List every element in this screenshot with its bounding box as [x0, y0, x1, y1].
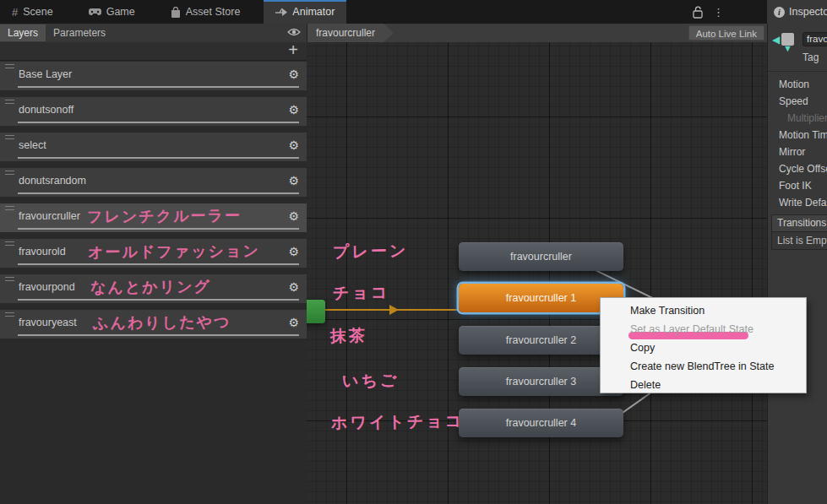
layer-weight-bar [18, 228, 299, 230]
layer-settings-gear-icon[interactable]: ⚙ [288, 103, 299, 117]
layer-settings-gear-icon[interactable]: ⚙ [288, 280, 299, 294]
handwritten-annotation-choco: チョコ [333, 281, 390, 304]
layer-weight-bar [18, 86, 299, 88]
state-node-fravourcruller-2[interactable]: fravourcruller 2 [459, 326, 623, 355]
layer-row-base-layer[interactable]: Base Layer ⚙ [0, 62, 307, 90]
menu-item-delete[interactable]: Delete [601, 376, 806, 394]
handwritten-annotation: オールドファッション [88, 241, 260, 263]
eye-icon[interactable] [287, 27, 301, 37]
layer-row-fravourcruller[interactable]: fravourcruller フレンチクルーラー ⚙ [0, 203, 307, 232]
tab-scene-label: Scene [23, 6, 52, 18]
drag-handle-icon[interactable] [5, 171, 14, 175]
layer-weight-bar [18, 122, 299, 123]
transitions-header: Transitions [772, 215, 827, 231]
layer-settings-gear-icon[interactable]: ⚙ [288, 245, 299, 258]
tab-asset-store[interactable]: Asset Store [159, 0, 253, 24]
animator-graph-canvas[interactable]: fravourcruller fravourcruller 1 fravourc… [307, 42, 767, 504]
gamepad-icon [89, 8, 101, 16]
menu-item-set-as-layer-default-state[interactable]: Set as Layer Default State [601, 320, 806, 339]
layer-settings-gear-icon[interactable]: ⚙ [288, 68, 299, 81]
shopping-bag-icon [171, 7, 181, 18]
tab-game-label: Game [106, 6, 135, 18]
unity-editor-window: # Scene Game Asset Store Animator ⋮ i In… [0, 0, 827, 504]
transitions-empty-label: List is Empty [772, 231, 827, 249]
layer-row-donutsonoff[interactable]: donutsonoff ⚙ [0, 97, 307, 126]
add-layer-button[interactable]: + [288, 41, 298, 60]
kebab-menu-icon[interactable]: ⋮ [713, 6, 724, 19]
handwritten-annotation-ichigo: いちご [342, 369, 400, 392]
layer-name: donutsonoff [19, 104, 73, 116]
scene-grid-icon: # [12, 6, 18, 19]
layer-weight-bar [18, 334, 299, 336]
layers-toolbar: Layers Parameters [0, 24, 307, 42]
tab-layers[interactable]: Layers [0, 24, 46, 41]
transition-arrowhead-icon [389, 305, 399, 315]
layer-name: fravourold [19, 246, 66, 257]
field-label-write-defaults: Write Defaults [768, 194, 827, 211]
field-label-foot-ik: Foot IK [768, 177, 827, 194]
handwritten-annotation: なんとかリング [90, 276, 211, 297]
auto-live-link-button[interactable]: Auto Live Link [688, 25, 764, 41]
state-node-fravourcruller-3[interactable]: fravourcruller 3 [459, 367, 623, 396]
drag-handle-icon[interactable] [5, 100, 14, 104]
field-label-motion-time: Motion Time [768, 127, 827, 144]
tab-asset-store-label: Asset Store [186, 6, 241, 18]
state-node-fravourcruller[interactable]: fravourcruller [459, 242, 623, 271]
animator-state-icon: ◀▼ [773, 31, 797, 55]
layer-row-fravouryeast[interactable]: fravouryeast ふんわりしたやつ ⚙ [0, 310, 307, 339]
inspector-panel: ◀▼ fravourcruller 1 Tag Motion Speed Mul… [767, 24, 827, 504]
drag-handle-icon[interactable] [5, 64, 14, 68]
layer-settings-gear-icon[interactable]: ⚙ [288, 209, 299, 223]
layer-row-fravourpond[interactable]: fravourpond なんとかリング ⚙ [0, 274, 307, 303]
layer-row-fravourold[interactable]: fravourold オールドファッション ⚙ [0, 239, 307, 268]
layer-name: fravourcruller [19, 210, 80, 222]
drag-handle-icon[interactable] [5, 312, 14, 317]
layers-panel: + Base Layer ⚙ donutsonoff ⚙ select ⚙ do… [0, 42, 307, 504]
entry-state-node[interactable] [307, 300, 325, 323]
layer-settings-gear-icon[interactable]: ⚙ [288, 138, 299, 152]
animator-icon [275, 7, 287, 17]
field-label-speed: Speed [768, 93, 827, 110]
handwritten-annotation: フレンチクルーラー [87, 205, 242, 227]
field-label-motion: Motion [768, 76, 827, 93]
layer-weight-bar [18, 157, 299, 159]
layer-name: select [19, 139, 46, 151]
state-node-fravourcruller-4[interactable]: fravourcruller 4 [459, 409, 623, 437]
tag-field-label: Tag [803, 51, 819, 63]
graph-breadcrumb-bar: fravourcruller Auto Live Link [307, 24, 767, 42]
drag-handle-icon[interactable] [5, 241, 14, 246]
layer-weight-bar [18, 263, 299, 265]
state-name-field[interactable]: fravourcruller 1 [803, 32, 827, 46]
layer-name: donutsrandom [19, 175, 86, 187]
menu-item-copy[interactable]: Copy [601, 339, 806, 357]
breadcrumb[interactable]: fravourcruller [307, 24, 394, 42]
drag-handle-icon[interactable] [5, 206, 14, 210]
unlock-icon[interactable] [693, 6, 703, 19]
layers-header-row: + [0, 42, 307, 61]
tab-inspector[interactable]: i Inspector [767, 0, 827, 24]
tab-scene[interactable]: # Scene [0, 0, 65, 24]
field-label-cycle-offset: Cycle Offset [768, 160, 827, 177]
drag-handle-icon[interactable] [5, 277, 14, 281]
layer-name: fravouryeast [19, 317, 77, 328]
layer-row-select[interactable]: select ⚙ [0, 133, 307, 161]
layer-settings-gear-icon[interactable]: ⚙ [288, 316, 299, 329]
state-node-fravourcruller-1[interactable]: fravourcruller 1 [459, 284, 623, 312]
menu-item-make-transition[interactable]: Make Transition [601, 301, 806, 320]
menu-item-create-new-blendtree[interactable]: Create new BlendTree in State [601, 357, 806, 376]
layer-settings-gear-icon[interactable]: ⚙ [288, 174, 299, 187]
tab-parameters[interactable]: Parameters [46, 24, 113, 41]
state-context-menu: Make Transition Set as Layer Default Sta… [600, 297, 807, 393]
drag-handle-icon[interactable] [5, 135, 14, 139]
handwritten-annotation: ふんわりしたやつ [93, 312, 231, 333]
tab-animator-label: Animator [292, 6, 335, 18]
tab-inspector-label: Inspector [789, 6, 827, 18]
handwritten-annotation-white-choco: ホワイトチョコ [331, 410, 465, 435]
layer-name: fravourpond [19, 281, 75, 293]
tab-game[interactable]: Game [77, 0, 147, 24]
tab-animator[interactable]: Animator [264, 0, 346, 24]
field-label-mirror: Mirror [768, 144, 827, 160]
layer-row-donutsrandom[interactable]: donutsrandom ⚙ [0, 168, 307, 197]
layer-weight-bar [18, 192, 299, 194]
window-tab-strip: # Scene Game Asset Store Animator ⋮ [0, 0, 827, 24]
